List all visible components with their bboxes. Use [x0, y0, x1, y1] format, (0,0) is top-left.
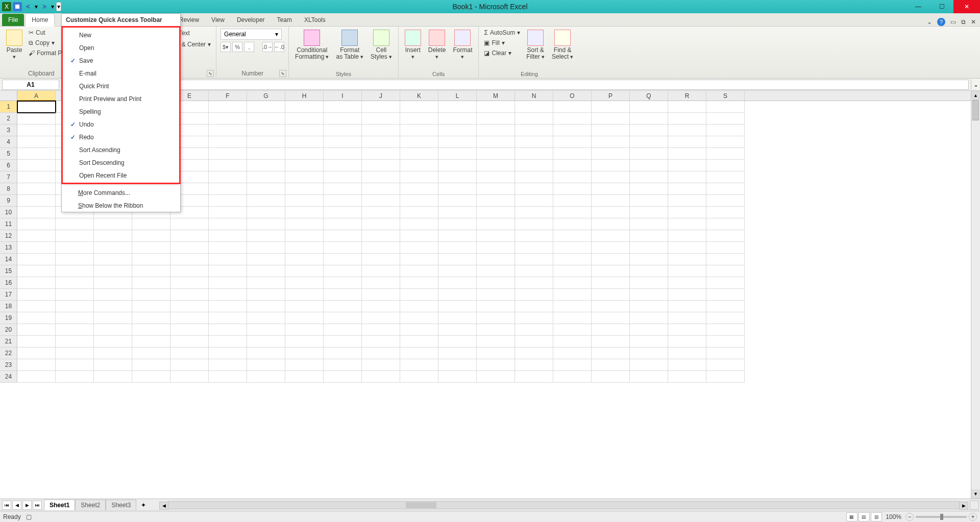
cell-S19[interactable]: [706, 312, 745, 324]
cell-L18[interactable]: [438, 301, 477, 312]
cell-P7[interactable]: [592, 171, 630, 183]
cell-G19[interactable]: [247, 312, 285, 324]
cell-R8[interactable]: [668, 183, 706, 195]
cell-K2[interactable]: [400, 113, 438, 125]
cell-R17[interactable]: [668, 289, 706, 301]
cell-I18[interactable]: [324, 301, 362, 312]
cell-J2[interactable]: [362, 113, 400, 125]
row-header-23[interactable]: 23: [0, 359, 17, 371]
cell-O20[interactable]: [553, 324, 592, 336]
row-header-10[interactable]: 10: [0, 207, 17, 218]
cell-G22[interactable]: [247, 347, 285, 359]
cell-Q16[interactable]: [630, 277, 668, 289]
cell-I5[interactable]: [324, 148, 362, 160]
formula-expand-button[interactable]: ⌄: [971, 80, 980, 90]
cell-Q10[interactable]: [630, 207, 668, 218]
cell-H13[interactable]: [285, 242, 324, 254]
cell-L5[interactable]: [438, 148, 477, 160]
horizontal-scrollbar[interactable]: ◀ ▶: [159, 501, 969, 509]
cell-J10[interactable]: [362, 207, 400, 218]
cell-P13[interactable]: [592, 242, 630, 254]
name-box[interactable]: A1: [2, 80, 59, 90]
cell-M5[interactable]: [477, 148, 515, 160]
cell-Q1[interactable]: [630, 101, 668, 113]
cell-J23[interactable]: [362, 359, 400, 371]
cell-R15[interactable]: [668, 265, 706, 277]
cell-I9[interactable]: [324, 195, 362, 207]
cell-Q22[interactable]: [630, 347, 668, 359]
cell-A23[interactable]: [17, 359, 56, 371]
cell-I15[interactable]: [324, 265, 362, 277]
row-header-11[interactable]: 11: [0, 218, 17, 230]
cell-M23[interactable]: [477, 359, 515, 371]
cell-C19[interactable]: [94, 312, 132, 324]
qat-customize-dropdown[interactable]: ▾: [56, 2, 61, 11]
cell-D23[interactable]: [132, 359, 170, 371]
cell-M2[interactable]: [477, 113, 515, 125]
cell-Q15[interactable]: [630, 265, 668, 277]
cell-R19[interactable]: [668, 312, 706, 324]
cell-I2[interactable]: [324, 113, 362, 125]
percent-button[interactable]: %: [232, 42, 242, 52]
sheet-nav-prev[interactable]: ◀: [12, 501, 21, 510]
cell-J5[interactable]: [362, 148, 400, 160]
cell-G16[interactable]: [247, 277, 285, 289]
cell-R6[interactable]: [668, 160, 706, 171]
cell-F2[interactable]: [209, 113, 247, 125]
cell-K14[interactable]: [400, 254, 438, 265]
cell-H9[interactable]: [285, 195, 324, 207]
cell-L20[interactable]: [438, 324, 477, 336]
cell-O14[interactable]: [553, 254, 592, 265]
scroll-left-button[interactable]: ◀: [159, 502, 168, 510]
cell-K10[interactable]: [400, 207, 438, 218]
cell-R14[interactable]: [668, 254, 706, 265]
paste-button[interactable]: Paste▾: [4, 29, 24, 61]
cell-M19[interactable]: [477, 312, 515, 324]
format-cells-button[interactable]: Format▾: [451, 29, 474, 61]
cell-F5[interactable]: [209, 148, 247, 160]
cell-J3[interactable]: [362, 125, 400, 136]
cell-P16[interactable]: [592, 277, 630, 289]
col-header-L[interactable]: L: [438, 91, 477, 101]
cell-C22[interactable]: [94, 347, 132, 359]
increase-decimal-button[interactable]: .0→: [262, 42, 273, 52]
maximize-button[interactable]: ☐: [930, 0, 953, 13]
qat-item-undo[interactable]: ✓Undo: [63, 118, 179, 131]
cell-G14[interactable]: [247, 254, 285, 265]
cell-K15[interactable]: [400, 265, 438, 277]
row-header-1[interactable]: 1: [0, 101, 17, 113]
cell-L1[interactable]: [438, 101, 477, 113]
cell-K18[interactable]: [400, 301, 438, 312]
cell-Q8[interactable]: [630, 183, 668, 195]
cell-Q12[interactable]: [630, 230, 668, 242]
cell-Q20[interactable]: [630, 324, 668, 336]
cell-F16[interactable]: [209, 277, 247, 289]
cell-G20[interactable]: [247, 324, 285, 336]
cell-M3[interactable]: [477, 125, 515, 136]
cell-F14[interactable]: [209, 254, 247, 265]
cell-P3[interactable]: [592, 125, 630, 136]
clear-button[interactable]: ◪Clear ▾: [483, 49, 521, 57]
cell-S4[interactable]: [706, 136, 745, 148]
zoom-in-button[interactable]: +: [969, 513, 977, 521]
cell-J7[interactable]: [362, 171, 400, 183]
qat-item-e-mail[interactable]: E-mail: [63, 67, 179, 80]
cell-K5[interactable]: [400, 148, 438, 160]
row-header-24[interactable]: 24: [0, 371, 17, 383]
cell-C15[interactable]: [94, 265, 132, 277]
cell-N8[interactable]: [515, 183, 553, 195]
cell-O13[interactable]: [553, 242, 592, 254]
cell-L12[interactable]: [438, 230, 477, 242]
row-header-13[interactable]: 13: [0, 242, 17, 254]
cell-N9[interactable]: [515, 195, 553, 207]
cell-E18[interactable]: [170, 301, 209, 312]
cell-F22[interactable]: [209, 347, 247, 359]
zoom-out-button[interactable]: −: [905, 513, 914, 521]
cell-B12[interactable]: [56, 230, 94, 242]
cell-D14[interactable]: [132, 254, 170, 265]
cell-H18[interactable]: [285, 301, 324, 312]
cell-R16[interactable]: [668, 277, 706, 289]
alignment-launcher[interactable]: ⬊: [207, 70, 214, 77]
cell-H19[interactable]: [285, 312, 324, 324]
cell-H8[interactable]: [285, 183, 324, 195]
